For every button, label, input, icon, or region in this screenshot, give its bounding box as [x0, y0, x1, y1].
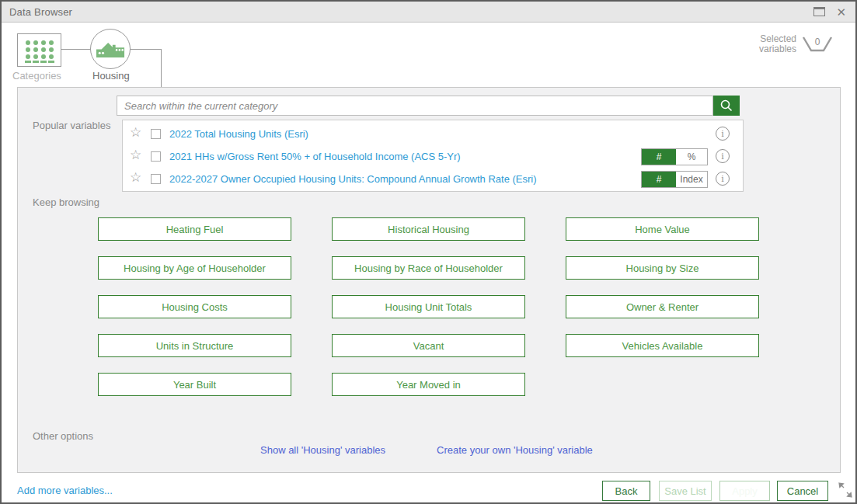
favorite-star-icon[interactable]: ☆	[130, 126, 141, 139]
popular-variables-label: Popular variables	[33, 120, 110, 131]
category-button[interactable]: Housing by Race of Householder	[332, 256, 525, 280]
breadcrumb-step-categories[interactable]	[17, 33, 61, 67]
info-icon[interactable]: i	[716, 172, 730, 186]
resize-handle-icon[interactable]	[838, 481, 853, 499]
keep-browsing-label: Keep browsing	[33, 196, 99, 208]
variable-checkbox[interactable]	[151, 174, 161, 184]
variable-link[interactable]: 2022 Total Housing Units (Esri)	[169, 128, 308, 140]
data-browser-dialog: Data Browser ✕ Categories	[0, 0, 857, 504]
category-button[interactable]: Year Built	[98, 373, 291, 396]
category-button[interactable]: Housing Costs	[98, 295, 291, 318]
title-bar: Data Browser ✕	[2, 2, 855, 23]
index-format-button[interactable]: Index	[676, 172, 707, 187]
house-icon	[96, 40, 125, 59]
category-button[interactable]: Historical Housing	[332, 217, 525, 241]
info-icon[interactable]: i	[716, 149, 730, 163]
variable-link[interactable]: 2022-2027 Owner Occupied Housing Units: …	[169, 173, 537, 185]
maximize-icon[interactable]	[813, 7, 825, 16]
category-button[interactable]: Year Moved in	[332, 373, 525, 396]
breadcrumb-step-housing[interactable]	[90, 29, 131, 69]
show-all-variables-link[interactable]: Show all 'Housing' variables	[260, 444, 385, 456]
variable-checkbox[interactable]	[151, 151, 161, 162]
save-list-button[interactable]: Save List	[659, 481, 712, 501]
category-button[interactable]: Home Value	[566, 217, 759, 241]
categories-grid-icon	[22, 37, 57, 64]
selected-variables-basket-icon[interactable]: 0	[801, 35, 834, 54]
category-panel: Popular variables ☆2022 Total Housing Un…	[17, 87, 841, 473]
category-button[interactable]: Housing Unit Totals	[332, 295, 525, 318]
other-options-label: Other options	[33, 430, 93, 442]
variable-checkbox[interactable]	[151, 129, 161, 139]
format-toggle: #Index	[641, 171, 708, 188]
create-variable-link[interactable]: Create your own 'Housing' variable	[437, 444, 593, 456]
variable-row: ☆2021 HHs w/Gross Rent 50% + of Househol…	[123, 145, 743, 168]
variable-row: ☆2022 Total Housing Units (Esri)i	[123, 123, 743, 145]
close-icon[interactable]: ✕	[836, 6, 846, 18]
search-icon	[719, 99, 733, 113]
selected-variables-indicator: Selected variables 0	[759, 34, 834, 54]
favorite-star-icon[interactable]: ☆	[130, 148, 141, 162]
search-button[interactable]	[713, 96, 740, 116]
category-breadcrumb: Categories Housing Selected variables 0	[2, 23, 855, 87]
variable-link[interactable]: 2021 HHs w/Gross Rent 50% + of Household…	[169, 151, 461, 162]
back-button[interactable]: Back	[602, 481, 650, 501]
percent-format-button[interactable]: %	[676, 149, 707, 165]
format-toggle: #%	[641, 148, 708, 165]
category-button[interactable]: Housing by Age of Householder	[98, 256, 291, 280]
category-button[interactable]: Heating Fuel	[98, 217, 291, 241]
add-more-variables-link[interactable]: Add more variables...	[17, 485, 113, 496]
variable-row: ☆2022-2027 Owner Occupied Housing Units:…	[123, 168, 743, 190]
breadcrumb-connector	[131, 49, 162, 50]
breadcrumb-label-housing: Housing	[92, 70, 130, 82]
search-input[interactable]	[117, 96, 713, 116]
category-button[interactable]: Vacant	[332, 334, 525, 357]
category-button[interactable]: Vehicles Available	[566, 334, 759, 357]
selected-variables-label: Selected variables	[759, 34, 796, 54]
breadcrumb-connector	[161, 49, 162, 87]
breadcrumb-label-categories[interactable]: Categories	[12, 70, 61, 82]
number-format-button[interactable]: #	[642, 172, 676, 187]
category-button[interactable]: Owner & Renter	[566, 295, 759, 318]
category-button-grid: Heating FuelHistorical HousingHome Value…	[98, 217, 759, 396]
category-button[interactable]: Housing by Size	[566, 256, 759, 280]
breadcrumb-connector	[61, 49, 91, 50]
apply-button[interactable]: Apply	[719, 481, 770, 501]
category-button[interactable]: Units in Structure	[98, 334, 291, 357]
info-icon[interactable]: i	[716, 127, 730, 141]
dialog-title: Data Browser	[9, 6, 72, 18]
favorite-star-icon[interactable]: ☆	[130, 171, 141, 184]
cancel-button[interactable]: Cancel	[777, 481, 828, 501]
popular-variables-list: ☆2022 Total Housing Units (Esri)i☆2021 H…	[122, 120, 744, 192]
number-format-button[interactable]: #	[642, 149, 676, 165]
selected-variables-count: 0	[801, 36, 834, 47]
